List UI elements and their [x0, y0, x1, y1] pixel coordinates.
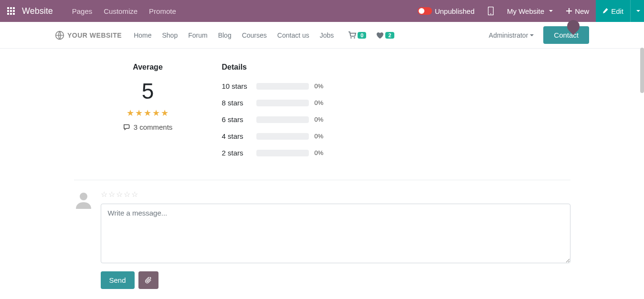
nav-blog[interactable]: Blog — [218, 31, 232, 39]
pencil-icon — [602, 8, 608, 14]
svg-point-13 — [354, 37, 355, 39]
avatar-icon — [74, 190, 93, 209]
wishlist-button[interactable]: 2 — [376, 31, 394, 39]
administrator-label: Administrator — [489, 31, 528, 39]
cart-icon — [348, 31, 357, 39]
svg-rect-3 — [7, 10, 9, 12]
average-value: 5 — [74, 80, 222, 102]
contact-button[interactable]: Contact — [543, 26, 589, 44]
details-heading: Details — [222, 63, 324, 72]
nav-jobs[interactable]: Jobs — [320, 31, 334, 39]
breakdown-label: 2 stars — [222, 149, 251, 157]
chevron-down-icon — [549, 10, 553, 12]
breakdown-label: 4 stars — [222, 132, 251, 140]
breakdown-row: 6 stars 0% — [222, 115, 324, 124]
app-brand[interactable]: Website — [22, 6, 53, 16]
edit-dropdown[interactable] — [630, 0, 644, 22]
logo-text: YOUR WEBSITE — [67, 31, 122, 39]
svg-rect-0 — [7, 7, 9, 9]
chevron-down-icon — [636, 10, 640, 12]
admin-menu-left: Pages Customize Promote — [72, 7, 176, 15]
breakdown-label: 8 stars — [222, 99, 251, 107]
publish-toggle[interactable]: Unpublished — [411, 0, 481, 22]
user-avatar — [74, 190, 93, 209]
nav-links: Home Shop Forum Blog Courses Contact us … — [134, 31, 334, 39]
nav-shop[interactable]: Shop — [162, 31, 178, 39]
breakdown-bar — [256, 83, 309, 90]
breakdown-bar — [256, 133, 309, 140]
average-column: Average 5 ★★★★★ 3 comments — [74, 63, 222, 165]
breakdown-row: 8 stars 0% — [222, 99, 324, 107]
rating-input[interactable]: ☆☆☆☆☆ — [101, 190, 570, 199]
site-logo[interactable]: YOUR WEBSITE — [55, 31, 122, 40]
average-stars: ★★★★★ — [74, 108, 222, 118]
svg-rect-8 — [13, 13, 15, 15]
svg-rect-2 — [13, 7, 15, 9]
comments-icon — [123, 124, 131, 131]
menu-pages[interactable]: Pages — [72, 7, 93, 15]
attach-button[interactable] — [138, 271, 158, 289]
edit-label: Edit — [611, 7, 623, 15]
site-nav: YOUR WEBSITE Home Shop Forum Blog Course… — [0, 22, 644, 49]
breakdown-pct: 0% — [315, 99, 324, 106]
new-button[interactable]: New — [560, 0, 596, 22]
administrator-dropdown[interactable]: Administrator — [489, 31, 534, 39]
cart-button[interactable]: 0 — [348, 31, 366, 39]
average-heading: Average — [74, 63, 222, 72]
scrollbar[interactable] — [640, 48, 644, 93]
cart-badge: 0 — [358, 32, 366, 39]
breakdown-row: 2 stars 0% — [222, 149, 324, 157]
my-website-label: My Website — [507, 7, 544, 15]
nav-contact-us[interactable]: Contact us — [277, 31, 309, 39]
form-actions: Send — [101, 271, 570, 289]
comments-count-text: 3 comments — [134, 123, 173, 131]
nav-home[interactable]: Home — [134, 31, 151, 39]
breakdown-bar — [256, 150, 309, 156]
breakdown-pct: 0% — [315, 149, 324, 156]
breakdown-bar — [256, 100, 309, 106]
breakdown-row: 4 stars 0% — [222, 132, 324, 140]
breakdown-label: 10 stars — [222, 82, 251, 90]
toggle-icon — [418, 7, 432, 15]
svg-rect-7 — [10, 13, 12, 15]
content: Average 5 ★★★★★ 3 comments Details 10 st… — [74, 49, 570, 289]
comments-count: 3 comments — [74, 123, 222, 131]
svg-rect-5 — [13, 10, 15, 12]
paperclip-icon — [145, 277, 152, 284]
nav-forum[interactable]: Forum — [188, 31, 207, 39]
send-button[interactable]: Send — [101, 271, 135, 289]
admin-bar: Website Pages Customize Promote Unpublis… — [0, 0, 644, 22]
breakdown-bar — [256, 116, 309, 123]
breakdown-pct: 0% — [315, 133, 324, 140]
message-input[interactable] — [101, 204, 570, 263]
my-website-dropdown[interactable]: My Website — [500, 0, 560, 22]
globe-icon — [55, 31, 64, 40]
edit-button[interactable]: Edit — [596, 0, 630, 22]
menu-customize[interactable]: Customize — [104, 7, 137, 15]
new-label: New — [575, 7, 589, 15]
wishlist-badge: 2 — [385, 32, 394, 39]
comment-form: ☆☆☆☆☆ Send — [101, 190, 570, 289]
admin-menu-right: Unpublished My Website New Edit — [411, 0, 644, 22]
nav-icons: 0 2 — [348, 31, 394, 39]
svg-rect-1 — [10, 7, 12, 9]
details-column: Details 10 stars 0% 8 stars 0% 6 stars 0… — [222, 63, 324, 165]
mobile-preview-button[interactable] — [481, 0, 500, 22]
apps-icon[interactable] — [0, 7, 22, 15]
breakdown-pct: 0% — [315, 116, 324, 123]
rating-summary: Average 5 ★★★★★ 3 comments Details 10 st… — [74, 58, 570, 180]
svg-point-10 — [490, 13, 491, 14]
svg-point-14 — [80, 193, 87, 200]
heart-icon — [376, 31, 384, 39]
unpublished-label: Unpublished — [435, 7, 475, 15]
svg-rect-6 — [7, 13, 9, 15]
breakdown-row: 10 stars 0% — [222, 82, 324, 90]
chevron-down-icon — [530, 34, 534, 36]
svg-point-12 — [350, 37, 352, 39]
breakdown-label: 6 stars — [222, 115, 251, 124]
plus-icon — [566, 8, 572, 14]
menu-promote[interactable]: Promote — [149, 7, 176, 15]
comment-area: ☆☆☆☆☆ Send — [74, 180, 570, 289]
nav-courses[interactable]: Courses — [242, 31, 267, 39]
svg-rect-4 — [10, 10, 12, 12]
